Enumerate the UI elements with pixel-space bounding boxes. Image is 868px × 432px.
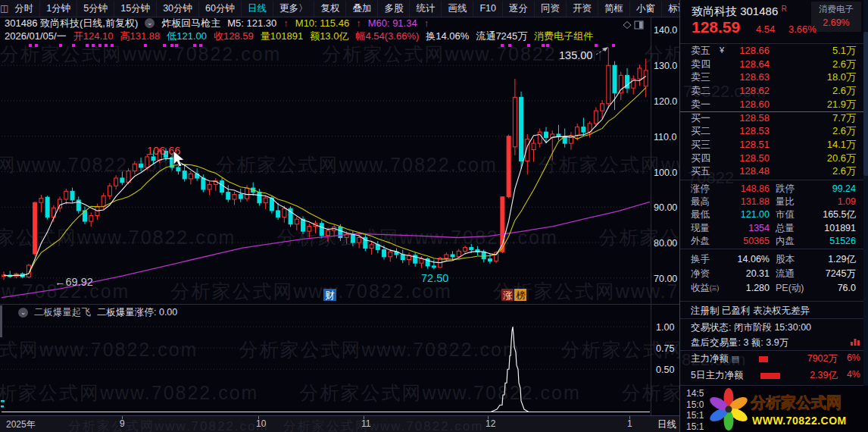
registration-status: 注册制 已盈利 表决权无差异	[691, 305, 810, 318]
level-row-卖三: 卖三128.6318.0万	[680, 70, 868, 84]
level-row-卖五: 卖五¥128.665.1万	[680, 44, 868, 58]
candle	[619, 72, 623, 100]
panel-divider	[680, 180, 868, 180]
menu-item-15[interactable]: 15分钟	[114, 1, 157, 17]
main-flow-label: 主力净额	[691, 353, 729, 364]
main-flow5-value: 2.39亿	[770, 369, 838, 382]
sector-box[interactable]: 消费电子 2.69%	[811, 2, 861, 32]
candle	[239, 189, 242, 202]
axis-month-label: 1	[627, 418, 632, 429]
candlestick-chart[interactable]: 分析家公式网www.70822.com 分析家公式网www.70822.com …	[0, 0, 679, 432]
axis-month-label: 10	[256, 418, 266, 429]
menu-item-[interactable]: 同资	[535, 1, 567, 17]
candle	[401, 249, 404, 263]
indicator-name: 二板爆量起飞	[34, 306, 91, 319]
bars-icon[interactable]	[850, 337, 860, 346]
indicator-axis-label: 0.75	[656, 343, 674, 354]
signal-dot	[193, 44, 196, 47]
ohlc-info-row: 2026/01/05/一开124.10高131.88低121.00收128.59…	[5, 30, 676, 42]
info-segment: M10: 115.46	[295, 17, 349, 29]
menu-item-[interactable]: 统计	[410, 1, 442, 17]
candle	[613, 61, 617, 111]
signal-dot	[105, 44, 108, 47]
price-axis-label: 70.00	[654, 274, 677, 284]
menu-item-[interactable]: 小窗	[630, 1, 662, 17]
candle	[395, 249, 398, 258]
info-segment: 流通7245万	[476, 30, 527, 43]
pane-scroll-fragment[interactable]	[0, 305, 2, 337]
candle	[644, 58, 648, 97]
menu-item-1[interactable]: 1分钟	[40, 1, 77, 17]
list-icon[interactable]: ▤	[731, 354, 738, 363]
menu-item-60[interactable]: 60分钟	[199, 1, 242, 17]
stock-name: 致尚科技	[692, 5, 737, 17]
level-row-卖二: 卖二128.622.6万	[680, 84, 868, 98]
axis-month-label: 9	[120, 418, 125, 429]
candle	[451, 251, 454, 260]
info-segment: M60: 91.34	[368, 17, 417, 29]
menu-item-[interactable]: 简框	[598, 1, 630, 17]
candle	[445, 252, 448, 261]
menu-item-[interactable]: 分时	[8, 1, 40, 17]
info-segment: 收128.59	[214, 30, 254, 43]
signal-dot	[111, 44, 114, 47]
last-price: 128.59	[692, 18, 740, 36]
watermark-text: 分析家公式网www.70822.com 分析家公式网www.70822.com …	[0, 382, 679, 403]
menu-item-30[interactable]: 30分钟	[157, 1, 199, 17]
candle	[289, 206, 292, 227]
menu-item-[interactable]: 逐分	[503, 1, 535, 17]
level-row-买四: 买四128.5020.6万	[680, 152, 868, 165]
period-label: 日线	[657, 418, 676, 431]
candle	[432, 260, 436, 270]
watermark-text: 分析家公式网www.70822.com 分析家公式网www.70822.com …	[0, 280, 679, 302]
candle	[33, 202, 37, 256]
stat-row: 收益㈢1.280PE(动)76.0	[680, 282, 868, 295]
indicator-axis-label: 0.50	[656, 365, 674, 375]
candle	[264, 195, 267, 209]
stat-row: 现量1354总量101891	[680, 222, 868, 235]
signal-dot	[86, 44, 89, 47]
main-net-flow5-row: 5日主力净额 2.39亿 4%	[691, 369, 859, 383]
menu-item-[interactable]: 日线	[242, 1, 273, 17]
price-change-pct: 3.66%	[788, 23, 816, 35]
info-segment: 开124.10	[73, 30, 114, 43]
candle	[70, 188, 74, 203]
signal-dot	[501, 44, 504, 47]
main-flow-pct: 6%	[839, 352, 860, 363]
menu-item-[interactable]: 复权	[314, 1, 346, 17]
candle	[108, 183, 111, 200]
menu-item-F10[interactable]: F10	[473, 1, 503, 17]
level-row-卖四: 卖四128.642.6万	[680, 58, 868, 71]
logo-url: WWW.70822.COM	[752, 415, 847, 427]
signal-dot	[546, 44, 549, 47]
stock-info-row: 301486 致尚科技(日线,前复权)⌄炸板回马枪主M5: 121.30↑M10…	[5, 17, 676, 30]
info-segment: 幅4.54(3.66%)	[355, 30, 419, 43]
menu-item-[interactable]: 开资	[567, 1, 598, 17]
signal-dot	[92, 44, 95, 47]
main-flow-value: 7902万	[770, 352, 838, 365]
stock-terminal-window: ◫ 分时1分钟5分钟15分钟30分钟60分钟日线更多〉复权叠加多股统计画线F10…	[0, 0, 868, 432]
quote-panel: 70822.com 70822 822.com 致尚科技 301486 R 消费…	[679, 0, 868, 432]
candle	[233, 192, 236, 205]
chevron-circle-icon[interactable]: ⌄	[145, 18, 155, 28]
stat-row: 净资20.31流通7245万	[680, 268, 868, 280]
stat-row: 涨停148.86跌停99.24	[680, 183, 868, 196]
menu-item-[interactable]: 更多〉	[273, 1, 315, 17]
chevron-down-icon[interactable]: ⌄	[18, 308, 28, 318]
menu-item-[interactable]: 叠加	[346, 1, 378, 17]
window-icon[interactable]: ◫	[0, 3, 8, 14]
panel-scrollbar[interactable]	[863, 0, 868, 432]
candle	[569, 132, 573, 149]
candle	[258, 189, 261, 205]
menu-item-[interactable]: 多股	[378, 1, 410, 17]
stat-row: 换手14.06%股本1.29亿	[680, 253, 868, 266]
edge-mark	[1, 405, 4, 408]
info-segment: ↑	[283, 17, 289, 29]
top-menu-bar: ◫ 分时1分钟5分钟15分钟30分钟60分钟日线更多〉复权叠加多股统计画线F10…	[0, 0, 679, 17]
menu-item-[interactable]: 画线	[442, 1, 473, 17]
menu-item-5[interactable]: 5分钟	[77, 1, 114, 17]
price-axis-label: 90.00	[654, 202, 677, 213]
time-axis[interactable]: 分析家公式网www.70822.com 分析家公式网www.70822.com …	[0, 415, 679, 432]
axis-tick	[122, 416, 123, 419]
pivot-label: ←69.92	[55, 276, 93, 288]
